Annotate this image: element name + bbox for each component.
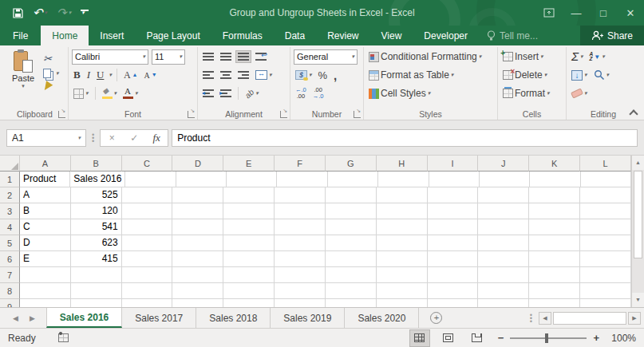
cell-G6[interactable]: [326, 251, 377, 267]
cell-D5[interactable]: [172, 235, 223, 251]
cut-button[interactable]: ✂: [41, 52, 61, 65]
column-header-B[interactable]: B: [71, 156, 122, 172]
cell-C4[interactable]: [122, 219, 173, 235]
cell-L7[interactable]: [580, 267, 631, 283]
comma-style-button[interactable]: ,: [332, 68, 338, 83]
cell-G3[interactable]: [326, 203, 377, 219]
row-header-2[interactable]: 2: [0, 187, 20, 203]
cell-G7[interactable]: [326, 267, 377, 283]
column-header-G[interactable]: G: [326, 156, 377, 172]
close-button[interactable]: ✕: [617, 0, 644, 26]
cell-D1[interactable]: [176, 172, 227, 187]
cell-E5[interactable]: [223, 235, 275, 251]
cell-J2[interactable]: [478, 187, 529, 203]
name-box[interactable]: A1 ▾: [6, 129, 86, 147]
tab-data[interactable]: Data: [274, 26, 316, 45]
cell-H1[interactable]: [378, 172, 429, 187]
format-cells-button[interactable]: Format▾: [501, 87, 551, 100]
cell-L8[interactable]: [580, 283, 631, 299]
underline-button[interactable]: U: [95, 68, 105, 82]
insert-cells-button[interactable]: Insert▾: [501, 50, 545, 63]
cell-F8[interactable]: [275, 283, 326, 299]
borders-button[interactable]: ▾: [72, 88, 90, 100]
column-header-F[interactable]: F: [275, 156, 326, 172]
cell-G4[interactable]: [326, 219, 377, 235]
cell-K1[interactable]: [530, 172, 580, 187]
normal-view-button[interactable]: [410, 330, 429, 346]
cell-K9[interactable]: [529, 299, 580, 307]
alignment-dialog-launcher[interactable]: [280, 111, 287, 118]
cell-A8[interactable]: [20, 283, 71, 299]
cell-F2[interactable]: [275, 187, 326, 203]
percent-style-button[interactable]: %: [317, 69, 330, 82]
cell-B2[interactable]: 525: [71, 187, 122, 203]
number-format-combo[interactable]: General▾: [294, 49, 358, 65]
cell-G5[interactable]: [326, 235, 377, 251]
align-right-button[interactable]: [236, 69, 251, 81]
cell-D9[interactable]: [172, 299, 223, 307]
ribbon-display-options-button[interactable]: [535, 0, 563, 26]
cell-B7[interactable]: [71, 267, 122, 283]
cell-A1[interactable]: Product: [20, 172, 70, 187]
cell-L3[interactable]: [580, 203, 631, 219]
accounting-format-button[interactable]: $▾: [294, 69, 314, 81]
cell-B5[interactable]: 623: [71, 235, 122, 251]
tab-formulas[interactable]: Formulas: [211, 26, 274, 45]
column-header-E[interactable]: E: [223, 156, 275, 172]
tab-home[interactable]: Home: [41, 26, 89, 45]
cell-K6[interactable]: [529, 251, 580, 267]
cell-F9[interactable]: [275, 299, 326, 307]
increase-font-size-button[interactable]: A▲: [122, 69, 140, 82]
cell-L4[interactable]: [580, 219, 631, 235]
bottom-align-button[interactable]: [236, 51, 251, 62]
cell-C9[interactable]: [122, 299, 173, 307]
column-header-I[interactable]: I: [428, 156, 479, 172]
row-header-5[interactable]: 5: [0, 235, 20, 251]
tab-page-layout[interactable]: Page Layout: [135, 26, 211, 45]
cell-G8[interactable]: [326, 283, 377, 299]
select-all-button[interactable]: [0, 156, 20, 172]
zoom-out-button[interactable]: −: [498, 332, 504, 344]
scroll-down-icon[interactable]: ▼: [632, 293, 644, 307]
cell-L2[interactable]: [580, 187, 631, 203]
cell-G2[interactable]: [326, 187, 377, 203]
scroll-right-icon[interactable]: ▶: [628, 312, 641, 325]
cell-D7[interactable]: [172, 267, 223, 283]
cell-E4[interactable]: [223, 219, 275, 235]
column-header-C[interactable]: C: [122, 156, 173, 172]
cell-I6[interactable]: [428, 251, 479, 267]
cell-B6[interactable]: 415: [71, 251, 122, 267]
italic-button[interactable]: I: [85, 68, 92, 82]
horizontal-scroll-thumb[interactable]: [553, 312, 626, 325]
font-color-button[interactable]: A▾: [121, 88, 140, 100]
sheet-tab-sales-2017[interactable]: Sales 2017: [122, 308, 196, 328]
cell-J4[interactable]: [478, 219, 529, 235]
vertical-scroll-thumb[interactable]: [634, 171, 642, 258]
column-header-K[interactable]: K: [529, 156, 580, 172]
customize-quick-access-button[interactable]: [77, 8, 92, 18]
tab-view[interactable]: View: [370, 26, 413, 45]
cell-styles-button[interactable]: Cell Styles▾: [367, 87, 432, 100]
copy-button[interactable]: ▾: [41, 68, 61, 79]
cancel-button[interactable]: ×: [101, 132, 123, 144]
tab-review[interactable]: Review: [316, 26, 369, 45]
row-header-6[interactable]: 6: [0, 251, 20, 267]
cell-A5[interactable]: D: [20, 235, 71, 251]
find-select-button[interactable]: ▾: [592, 69, 611, 81]
row-header-4[interactable]: 4: [0, 219, 20, 235]
cell-E7[interactable]: [223, 267, 275, 283]
cell-E3[interactable]: [223, 203, 275, 219]
align-left-button[interactable]: [201, 69, 215, 81]
zoom-slider[interactable]: [510, 337, 587, 339]
cell-F6[interactable]: [275, 251, 326, 267]
cell-G9[interactable]: [326, 299, 377, 307]
scroll-up-icon[interactable]: ▲: [632, 156, 644, 170]
cell-H4[interactable]: [377, 219, 428, 235]
cell-J6[interactable]: [478, 251, 529, 267]
save-icon[interactable]: [10, 6, 26, 20]
prev-sheet-icon[interactable]: ◀: [13, 314, 18, 322]
sheet-tab-sales-2020[interactable]: Sales 2020: [345, 308, 419, 328]
scroll-left-icon[interactable]: ◀: [539, 312, 551, 325]
column-header-J[interactable]: J: [478, 156, 529, 172]
new-sheet-button[interactable]: +: [419, 308, 453, 328]
